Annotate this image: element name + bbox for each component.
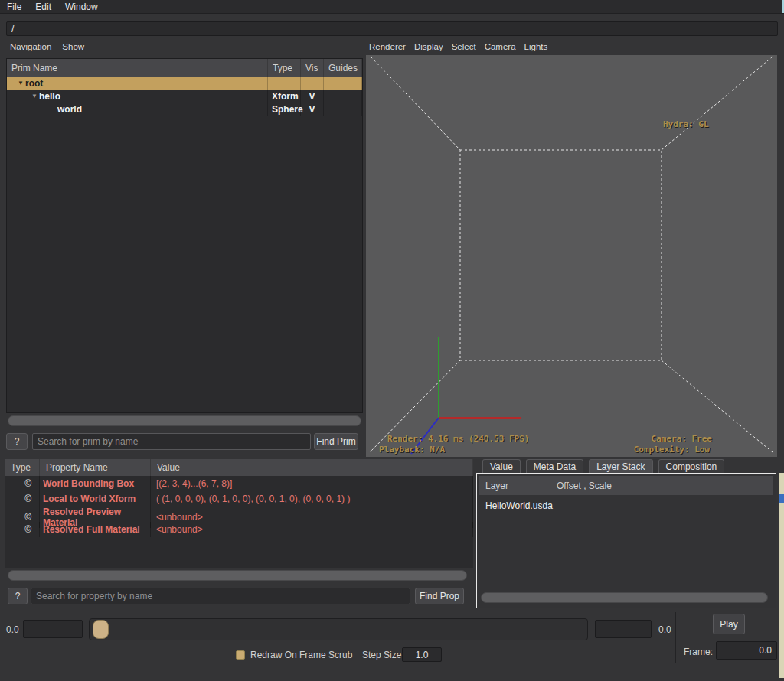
- property-table-hscrollbar[interactable]: [8, 570, 467, 581]
- frustum-far-plane: [460, 150, 662, 360]
- prim-tree-panel: Prim Name Type Vis Guides ▼ root ▼ hello…: [6, 58, 363, 413]
- viewport-menubar: Renderer Display Select Camera Lights: [366, 40, 553, 54]
- menu-edit[interactable]: Edit: [29, 2, 59, 12]
- property-name: World Bounding Box: [40, 476, 151, 491]
- redraw-checkbox[interactable]: [236, 650, 245, 660]
- prim-guides-cell: [324, 90, 362, 103]
- property-name: Resolved Full Material: [40, 522, 151, 537]
- clipped-overlay-accent: [779, 494, 784, 503]
- prim-search-input[interactable]: [32, 433, 311, 450]
- menu-select[interactable]: Select: [449, 42, 482, 51]
- custom-attribute-icon: ©: [5, 491, 40, 507]
- tree-row-hello[interactable]: ▼ hello Xform V: [7, 90, 362, 103]
- layer-row[interactable]: HelloWorld.usda: [479, 495, 773, 516]
- range-end-label: 0.0: [658, 624, 671, 635]
- col-type[interactable]: Type: [268, 59, 301, 77]
- col-layer[interactable]: Layer: [479, 476, 550, 495]
- frame-label: Frame:: [684, 647, 713, 657]
- find-prim-button[interactable]: Find Prim: [314, 433, 358, 450]
- clipped-overlay-strip: [779, 473, 784, 678]
- property-search-input[interactable]: [31, 588, 410, 604]
- hud-playback: Playback: N/A: [379, 445, 445, 455]
- camera-frustum-guides: [366, 55, 777, 457]
- step-size-input[interactable]: [402, 647, 442, 662]
- prim-guides-cell: [324, 103, 362, 116]
- tab-layer-stack[interactable]: Layer Stack: [589, 459, 652, 473]
- prim-type-cell: Sphere: [268, 103, 301, 116]
- range-end-input[interactable]: [595, 620, 652, 638]
- property-row[interactable]: © Resolved Preview Material <unbound>: [5, 507, 473, 522]
- frame-input[interactable]: [716, 641, 777, 660]
- property-row[interactable]: © Local to World Xform ( (1, 0, 0, 0), (…: [5, 491, 473, 507]
- col-prop-type[interactable]: Type: [5, 459, 40, 476]
- prim-guides-cell: [324, 77, 362, 90]
- find-prop-button[interactable]: Find Prop: [415, 588, 464, 604]
- prim-name-label: hello: [39, 91, 60, 102]
- property-name: Local to World Xform: [40, 491, 151, 507]
- prim-vis-cell[interactable]: V: [301, 90, 324, 103]
- hud-render-time: Render: 4.16 ms (240.53 FPS): [387, 434, 529, 444]
- property-table: © World Bounding Box [(2, 3, 4)...(6, 7,…: [5, 476, 473, 568]
- prim-search-help-button[interactable]: ?: [6, 433, 28, 450]
- prim-vis-cell[interactable]: [301, 77, 324, 90]
- step-size-label: Step Size: [362, 650, 401, 660]
- menu-window[interactable]: Window: [59, 2, 106, 12]
- prim-name-label: world: [57, 104, 82, 115]
- prim-path-value: /: [11, 24, 14, 34]
- prim-tree-hscrollbar[interactable]: [8, 415, 361, 426]
- prim-type-cell: Xform: [268, 90, 301, 103]
- menu-display[interactable]: Display: [411, 42, 449, 51]
- layer-table-header: Layer Offset , Scale: [479, 476, 773, 495]
- property-table-header: Type Property Name Value: [5, 459, 473, 476]
- redraw-checkbox-label: Redraw On Frame Scrub: [250, 650, 352, 660]
- tree-row-world[interactable]: world Sphere V: [7, 103, 362, 116]
- menu-file[interactable]: File: [5, 2, 29, 12]
- prim-type-cell: [268, 77, 301, 90]
- layer-name: HelloWorld.usda: [479, 495, 550, 516]
- property-search-help-button[interactable]: ?: [8, 588, 28, 604]
- property-row[interactable]: © World Bounding Box [(2, 3, 4)...(6, 7,…: [5, 476, 473, 491]
- expand-arrow-icon[interactable]: ▼: [30, 93, 39, 99]
- custom-attribute-icon: ©: [5, 476, 40, 491]
- col-guides[interactable]: Guides: [324, 59, 362, 77]
- frame-slider-handle[interactable]: [93, 620, 109, 639]
- col-prop-value[interactable]: Value: [151, 459, 473, 476]
- 3d-viewport[interactable]: Hydra: GL Render: 4.16 ms (240.53 FPS) P…: [366, 55, 777, 457]
- inspector-tabs: Value Meta Data Layer Stack Composition: [482, 459, 724, 473]
- play-button[interactable]: Play: [713, 614, 745, 634]
- main-menubar: File Edit Window: [0, 0, 784, 14]
- hud-complexity: Complexity: Low: [634, 445, 710, 455]
- prim-path-field[interactable]: /: [6, 21, 778, 36]
- layer-table-hscrollbar[interactable]: [481, 592, 768, 603]
- col-prop-name[interactable]: Property Name: [40, 459, 151, 476]
- tab-meta-data[interactable]: Meta Data: [526, 459, 583, 473]
- property-value: [(2, 3, 4)...(6, 7, 8)]: [151, 476, 473, 491]
- menu-show[interactable]: Show: [58, 42, 91, 51]
- menu-camera[interactable]: Camera: [482, 42, 521, 51]
- property-value: <unbound>: [151, 522, 473, 537]
- tab-value[interactable]: Value: [482, 459, 521, 473]
- menu-navigation[interactable]: Navigation: [6, 42, 58, 51]
- col-prim-name[interactable]: Prim Name: [7, 59, 268, 77]
- frustum-edge-topright: [662, 57, 773, 150]
- range-start-input[interactable]: [23, 620, 83, 638]
- hud-camera: Camera: Free: [652, 434, 712, 444]
- frustum-edge-topleft: [371, 57, 460, 150]
- prim-vis-cell[interactable]: V: [301, 103, 324, 116]
- tab-composition[interactable]: Composition: [658, 459, 725, 473]
- col-vis[interactable]: Vis: [301, 59, 324, 77]
- tree-row-root[interactable]: ▼ root: [7, 77, 362, 90]
- hud-renderer: Hydra: GL: [663, 119, 709, 129]
- property-row[interactable]: © Resolved Full Material <unbound>: [5, 522, 473, 537]
- col-offset-scale[interactable]: Offset , Scale: [550, 476, 773, 495]
- timeline-divider: [675, 612, 676, 663]
- expand-arrow-icon[interactable]: ▼: [16, 80, 25, 86]
- prim-tree-header: Prim Name Type Vis Guides: [7, 59, 362, 77]
- layer-offset: [550, 495, 773, 516]
- prim-browser-menubar: Navigation Show: [6, 40, 91, 54]
- frame-slider[interactable]: [89, 618, 588, 640]
- menu-lights[interactable]: Lights: [521, 42, 554, 51]
- menu-renderer[interactable]: Renderer: [366, 42, 411, 51]
- custom-attribute-icon: ©: [5, 522, 40, 537]
- property-value: ( (1, 0, 0, 0), (0, 1, 0, 0), (0, 0, 1, …: [151, 491, 473, 507]
